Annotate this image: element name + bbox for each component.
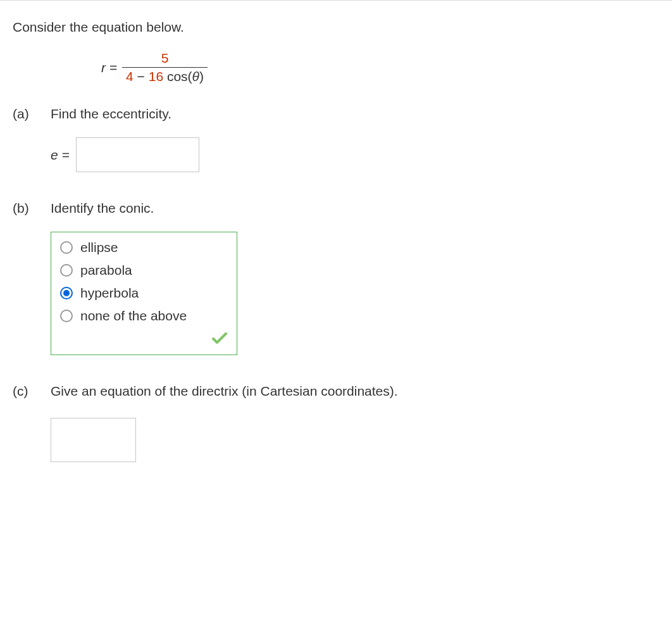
equation-lhs: r = [101,60,117,75]
radio-row-ellipse[interactable]: ellipse [60,240,228,255]
part-a-answer-line: e = [51,137,659,172]
part-b: (b) Identify the conic. ellipse parabola… [13,201,659,355]
correct-check-container [60,331,228,348]
part-c-label: (c) [13,384,51,462]
part-a-content: Find the eccentricity. e = [51,106,659,172]
equation-fraction: 5 4 − 16 cos(θ) [122,51,208,84]
radio-row-none[interactable]: none of the above [60,308,228,323]
equation: r = 5 4 − 16 cos(θ) [101,51,659,84]
part-b-content: Identify the conic. ellipse parabola hyp… [51,201,659,355]
radio-label-parabola[interactable]: parabola [80,263,132,278]
part-c-prompt: Give an equation of the directrix (in Ca… [51,384,659,399]
radio-label-hyperbola[interactable]: hyperbola [80,286,139,301]
part-c: (c) Give an equation of the directrix (i… [13,384,659,462]
radio-label-ellipse[interactable]: ellipse [80,240,118,255]
conic-radio-group: ellipse parabola hyperbola none of the a… [51,232,237,355]
radio-dot [63,290,70,296]
radio-label-none[interactable]: none of the above [80,308,187,323]
part-c-content: Give an equation of the directrix (in Ca… [51,384,659,462]
part-a: (a) Find the eccentricity. e = [13,106,659,172]
radio-row-parabola[interactable]: parabola [60,263,228,278]
radio-parabola[interactable] [60,264,73,277]
radio-hyperbola[interactable] [60,287,73,299]
intro-text: Consider the equation below. [13,20,659,35]
part-b-prompt: Identify the conic. [51,201,659,216]
eccentricity-label: e = [51,148,70,163]
check-icon [211,331,228,345]
part-b-label: (b) [13,201,51,355]
equation-numerator: 5 [158,51,173,67]
directrix-input[interactable] [51,418,136,462]
part-a-label: (a) [13,106,51,172]
part-a-prompt: Find the eccentricity. [51,106,659,122]
radio-none[interactable] [60,310,73,322]
equation-denominator: 4 − 16 cos(θ) [122,67,208,84]
radio-ellipse[interactable] [60,241,73,254]
eccentricity-input[interactable] [76,137,199,172]
radio-row-hyperbola[interactable]: hyperbola [60,286,228,301]
